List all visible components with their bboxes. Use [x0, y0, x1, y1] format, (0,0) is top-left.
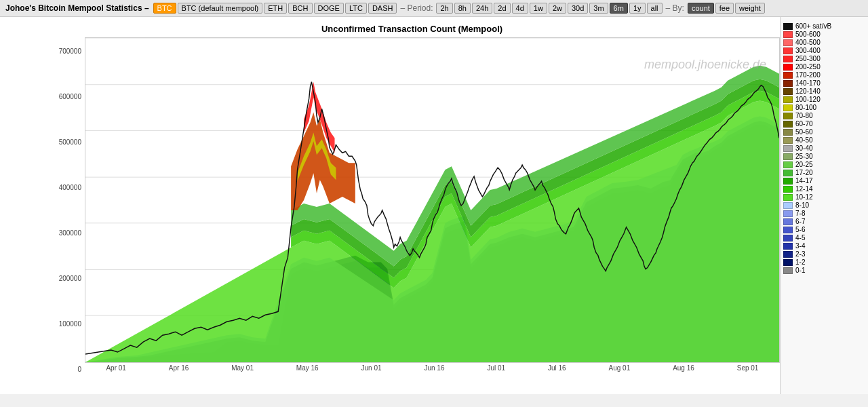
legend-item-170-200: 170-200: [783, 71, 865, 79]
legend-item-500-600: 500-600: [783, 31, 865, 38]
coin-btn-btc-default[interactable]: BTC (default mempool): [178, 3, 263, 14]
period-6m[interactable]: 6m: [610, 3, 628, 14]
period-2w[interactable]: 2w: [549, 3, 566, 14]
x-axis: Apr 01 Apr 16 May 01 May 16 Jun 01 Jun 1…: [85, 363, 780, 372]
by-count[interactable]: count: [688, 3, 714, 14]
x-label-apr16: Apr 16: [169, 364, 189, 372]
chart-title: Unconfirmed Transaction Count (Mempool): [44, 24, 780, 34]
legend-color-140-170: [783, 80, 793, 87]
legend-item-70-80: 70-80: [783, 112, 865, 119]
legend-item-250-300: 250-300: [783, 55, 865, 62]
legend-label-600plus: 600+ sat/vB: [795, 22, 831, 30]
coin-btn-btc[interactable]: BTC: [153, 3, 176, 14]
legend-color-6-7: [783, 218, 793, 225]
legend-color-80-100: [783, 104, 793, 111]
legend-label-100-120: 100-120: [795, 96, 821, 103]
coin-btn-ltc[interactable]: LTC: [345, 3, 367, 14]
period-1y[interactable]: 1y: [629, 3, 646, 14]
legend-color-10-12: [783, 194, 793, 201]
legend-item-10-12: 10-12: [783, 193, 865, 201]
period-1w[interactable]: 1w: [530, 3, 547, 14]
legend-item-2-3: 2-3: [783, 250, 865, 258]
legend-item-12-14: 12-14: [783, 185, 865, 193]
legend-item-6-7: 6-7: [783, 218, 865, 225]
x-label-sep01: Sep 01: [737, 364, 759, 372]
legend-label-200-250: 200-250: [795, 63, 821, 71]
legend-color-170-200: [783, 72, 793, 79]
main-area: Unconfirmed Transaction Count (Mempool) …: [0, 17, 868, 394]
period-30d[interactable]: 30d: [568, 3, 588, 14]
legend-color-4-5: [783, 235, 793, 241]
legend-item-200-250: 200-250: [783, 63, 865, 71]
legend-label-7-8: 7-8: [795, 210, 805, 217]
legend-item-80-100: 80-100: [783, 104, 865, 111]
legend-item-140-170: 140-170: [783, 79, 865, 87]
legend-color-5-6: [783, 227, 793, 233]
legend-color-14-17: [783, 178, 793, 185]
legend-color-120-140: [783, 88, 793, 95]
legend-color-30-40: [783, 145, 793, 152]
header-bar: Johoe's Bitcoin Mempool Statistics – BTC…: [0, 0, 868, 17]
legend-color-40-50: [783, 137, 793, 144]
legend-item-3-4: 3-4: [783, 242, 865, 250]
legend-label-12-14: 12-14: [795, 185, 813, 193]
period-all[interactable]: all: [647, 3, 663, 14]
legend-label-400-500: 400-500: [795, 39, 821, 46]
period-8h[interactable]: 8h: [454, 3, 471, 14]
site-title: Johoe's Bitcoin Mempool Statistics –: [5, 3, 149, 13]
coin-btn-doge[interactable]: DOGE: [314, 3, 344, 14]
coin-btn-bch[interactable]: BCH: [288, 3, 312, 14]
legend-label-300-400: 300-400: [795, 47, 821, 54]
period-24h[interactable]: 24h: [472, 3, 492, 14]
legend-label-70-80: 70-80: [795, 112, 813, 119]
legend-item-40-50: 40-50: [783, 136, 865, 144]
legend-label-4-5: 4-5: [795, 234, 805, 241]
legend-item-600plus: 600+ sat/vB: [783, 22, 865, 30]
legend-color-600plus: [783, 23, 793, 30]
legend-color-3-4: [783, 243, 793, 250]
legend-color-70-80: [783, 113, 793, 119]
legend-item-60-70: 60-70: [783, 120, 865, 128]
coin-btn-dash[interactable]: DASH: [368, 3, 397, 14]
x-label-apr01: Apr 01: [106, 364, 125, 372]
legend-color-17-20: [783, 170, 793, 176]
legend-label-2-3: 2-3: [795, 250, 805, 258]
legend-item-17-20: 17-20: [783, 169, 865, 176]
legend-label-5-6: 5-6: [795, 226, 805, 233]
legend-color-300-400: [783, 47, 793, 54]
x-label-jun16: Jun 16: [424, 364, 444, 372]
legend-color-25-30: [783, 153, 793, 160]
period-4d[interactable]: 4d: [512, 3, 528, 14]
legend-label-8-10: 8-10: [795, 201, 809, 209]
period-2h[interactable]: 2h: [436, 3, 452, 14]
coin-btn-eth[interactable]: ETH: [264, 3, 287, 14]
period-separator: – Period:: [400, 3, 433, 13]
chart-container: Unconfirmed Transaction Count (Mempool) …: [0, 17, 780, 394]
period-3m[interactable]: 3m: [589, 3, 608, 14]
legend-label-500-600: 500-600: [795, 31, 821, 38]
by-weight[interactable]: weight: [735, 3, 765, 14]
x-label-aug16: Aug 16: [673, 364, 694, 372]
by-fee[interactable]: fee: [715, 3, 734, 14]
legend-label-14-17: 14-17: [795, 177, 813, 185]
y-label-400k: 400000: [44, 184, 85, 191]
period-2d[interactable]: 2d: [494, 3, 510, 14]
legend-label-170-200: 170-200: [795, 71, 821, 79]
y-label-0: 0: [44, 366, 85, 373]
legend-item-20-25: 20-25: [783, 161, 865, 168]
by-separator: – By:: [666, 3, 684, 13]
legend-label-3-4: 3-4: [795, 242, 805, 250]
legend-item-120-140: 120-140: [783, 88, 865, 95]
legend-item-8-10: 8-10: [783, 201, 865, 209]
legend-color-250-300: [783, 56, 793, 62]
legend-color-400-500: [783, 39, 793, 46]
legend-color-50-60: [783, 129, 793, 136]
legend-color-8-10: [783, 202, 793, 209]
legend-color-0-1: [783, 267, 793, 274]
chart-svg: [85, 37, 780, 363]
x-label-jun01: Jun 01: [361, 364, 382, 372]
legend-item-300-400: 300-400: [783, 47, 865, 54]
legend-label-60-70: 60-70: [795, 120, 813, 128]
legend-label-30-40: 30-40: [795, 144, 813, 152]
y-label-300k: 300000: [44, 229, 85, 237]
